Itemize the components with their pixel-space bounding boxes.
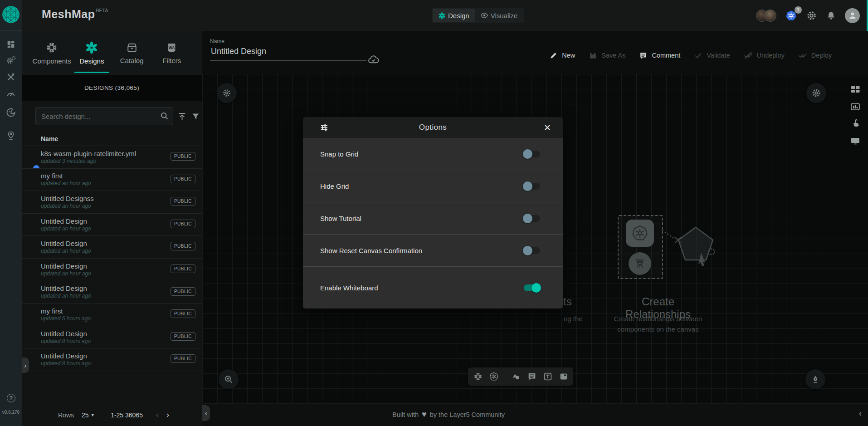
tab-visualize[interactable]: Visualize bbox=[475, 9, 523, 22]
gears-icon bbox=[5, 55, 16, 66]
sidebar-item-environment[interactable] bbox=[0, 128, 22, 143]
funnel-icon bbox=[191, 112, 200, 121]
design-row[interactable]: Untitled Design updated an hour ago PUBL… bbox=[22, 236, 202, 259]
tab-filters-label: Filters bbox=[162, 57, 181, 64]
toggle-knob bbox=[523, 214, 532, 223]
next-page-button[interactable]: › bbox=[166, 410, 169, 420]
dock-components-button[interactable] bbox=[473, 372, 483, 382]
gear-icon bbox=[222, 88, 232, 98]
text-tool-icon bbox=[543, 372, 553, 382]
layer5-logo-icon[interactable] bbox=[2, 6, 20, 23]
canvas-toolbar: New Save As Comment Validate Undeploy De… bbox=[549, 51, 832, 60]
close-icon[interactable]: ✕ bbox=[544, 122, 551, 133]
name-field-label: Name bbox=[210, 38, 366, 44]
hide-grid-toggle[interactable] bbox=[524, 183, 540, 190]
settings-button[interactable] bbox=[806, 10, 817, 21]
toolbar-label: Undeploy bbox=[757, 52, 785, 59]
design-row[interactable]: k8s-wasm-plugin-ratelimiter.yml updated … bbox=[22, 146, 202, 169]
filter-list-button[interactable] bbox=[191, 112, 200, 121]
tab-components[interactable]: Components bbox=[32, 31, 72, 75]
mesh-settings-fab[interactable] bbox=[217, 83, 237, 103]
dock-comment-button[interactable] bbox=[527, 372, 537, 382]
sidebar-item-configuration[interactable] bbox=[0, 69, 22, 85]
meshsync-node bbox=[629, 252, 651, 275]
design-row[interactable]: Untitled Design updated an hour ago PUBL… bbox=[22, 214, 202, 236]
option-label: Snap to Grid bbox=[320, 150, 358, 158]
bell-icon bbox=[826, 10, 836, 21]
show-tutorial-toggle[interactable] bbox=[524, 215, 540, 222]
designs-spiral-icon bbox=[85, 41, 98, 54]
tab-visualize-label: Visualize bbox=[491, 12, 518, 20]
dock-media-button[interactable] bbox=[559, 372, 569, 382]
validate-button[interactable]: Validate bbox=[694, 51, 730, 60]
dock-text-button[interactable] bbox=[543, 372, 553, 382]
tab-catalog[interactable]: Catalog bbox=[112, 31, 152, 75]
canvas-settings-fab[interactable] bbox=[806, 83, 826, 103]
new-button[interactable]: New bbox=[549, 51, 575, 60]
toolbar-label: New bbox=[562, 52, 575, 59]
design-row[interactable]: Untitled Design updated an hour ago PUBL… bbox=[22, 259, 202, 281]
option-label: Hide Grid bbox=[320, 182, 349, 190]
option-label: Show Tutorial bbox=[320, 215, 361, 222]
design-row[interactable]: my first updated 6 hours ago PUBLIC bbox=[22, 304, 202, 326]
collaborator-avatar[interactable] bbox=[764, 10, 776, 22]
save-as-button[interactable]: Save As bbox=[589, 51, 625, 60]
collapse-left-tab[interactable]: ‹ bbox=[202, 405, 210, 421]
double-check-slash-icon bbox=[744, 51, 753, 60]
analytics-button[interactable] bbox=[850, 101, 861, 112]
version-label: v0.6.176 bbox=[0, 410, 22, 415]
kubernetes-icon bbox=[489, 372, 499, 382]
dock-shapes-button[interactable] bbox=[511, 372, 521, 382]
tab-designs[interactable]: Designs bbox=[72, 31, 112, 75]
kubernetes-icon bbox=[631, 224, 649, 242]
deploy-button[interactable]: Deploy bbox=[798, 51, 832, 60]
credits-suffix: by the Layer5 Community bbox=[430, 411, 505, 418]
mode-toggle: Design Visualize bbox=[432, 8, 524, 23]
search-input[interactable] bbox=[35, 107, 173, 125]
dock-kubernetes-button[interactable] bbox=[489, 372, 499, 382]
import-design-button[interactable] bbox=[177, 112, 187, 121]
tab-design[interactable]: Design bbox=[433, 9, 475, 22]
widgets-grid-button[interactable] bbox=[850, 84, 861, 95]
comment-button[interactable]: Comment bbox=[639, 51, 680, 60]
grid-icon bbox=[850, 84, 861, 95]
enable-whiteboard-toggle[interactable] bbox=[524, 284, 540, 291]
panel-expander-tab[interactable]: › bbox=[22, 357, 29, 373]
zoom-fab[interactable] bbox=[219, 369, 239, 389]
location-pin-icon bbox=[6, 131, 16, 141]
design-row[interactable]: Untitled Design updated 8 hours ago PUBL… bbox=[22, 348, 202, 371]
tab-filters[interactable]: WA Filters bbox=[152, 31, 192, 75]
user-avatar[interactable] bbox=[845, 8, 860, 23]
left-rail: ? v0.6.176 bbox=[0, 0, 22, 426]
interaction-button[interactable] bbox=[850, 118, 861, 129]
sidebar-item-performance[interactable] bbox=[0, 86, 22, 102]
hint-description: Create relationships between components … bbox=[601, 313, 715, 334]
comment-icon bbox=[639, 51, 648, 60]
rows-per-page-select[interactable]: 25 ▾ bbox=[82, 411, 94, 419]
toolbar-label: Validate bbox=[707, 52, 730, 59]
previous-page-button[interactable]: ‹ bbox=[156, 410, 159, 420]
display-button[interactable] bbox=[850, 135, 861, 146]
list-column-header: Name bbox=[22, 132, 202, 146]
panel-tabs: Components Designs Catalog WA Filters bbox=[22, 31, 202, 75]
toggle-knob bbox=[523, 246, 532, 255]
design-row[interactable]: Untitled Designss updated an hour ago PU… bbox=[22, 191, 202, 214]
help-button[interactable]: ? bbox=[7, 394, 15, 402]
sidebar-item-lifecycle[interactable] bbox=[0, 53, 22, 68]
show-reset-canvas-confirmation-toggle[interactable] bbox=[524, 247, 540, 254]
sidebar-item-dashboard[interactable] bbox=[0, 37, 22, 52]
design-row[interactable]: Untitled Design updated 8 hours ago PUBL… bbox=[22, 326, 202, 349]
media-icon bbox=[559, 372, 569, 382]
design-row[interactable]: my first updated an hour ago PUBLIC bbox=[22, 169, 202, 191]
design-name-input[interactable] bbox=[210, 47, 366, 61]
design-row[interactable]: Untitled Design updated an hour ago PUBL… bbox=[22, 281, 202, 304]
pen-tool-fab[interactable] bbox=[805, 369, 825, 389]
snap-to-grid-toggle[interactable] bbox=[524, 151, 540, 157]
visibility-badge: PUBLIC bbox=[171, 332, 195, 341]
kubernetes-context-button[interactable]: 1 bbox=[785, 10, 797, 22]
sidebar-item-extensions[interactable] bbox=[0, 105, 22, 120]
collapse-right-button[interactable]: ‹ bbox=[859, 409, 862, 418]
undeploy-button[interactable]: Undeploy bbox=[744, 51, 785, 60]
notifications-button[interactable] bbox=[826, 10, 836, 21]
pagination: Rows 25 ▾ 1-25 36065 ‹ › bbox=[22, 404, 202, 426]
